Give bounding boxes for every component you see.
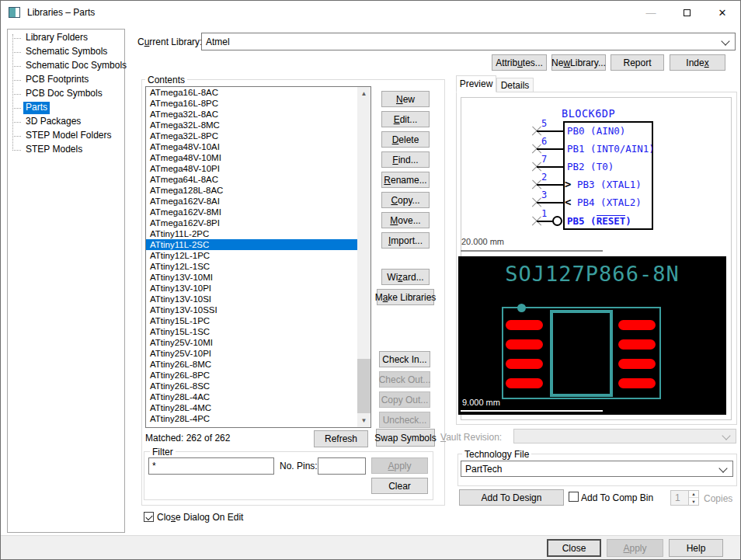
list-item[interactable]: ATtiny26L-8PC [146, 370, 357, 381]
list-item[interactable]: ATtiny26L-8SC [146, 381, 357, 391]
list-item[interactable]: ATmega162V-8PI [146, 217, 357, 228]
copies-stepper[interactable]: 1 ▲ ▼ [670, 490, 699, 506]
list-item[interactable]: ATtiny11L-2SC [146, 239, 357, 250]
sidebar-item-label: STEP Model Folders [23, 130, 114, 142]
scroll-up-icon[interactable]: ▲ [357, 87, 370, 100]
list-item[interactable]: ATtiny13V-10SSI [146, 304, 357, 315]
sidebar-item-pcb-doc-symbols[interactable]: PCB Doc Symbols [8, 87, 124, 101]
technology-combo[interactable]: PartTech [461, 461, 733, 477]
sidebar-item-library-folders[interactable]: Library Folders [8, 31, 124, 45]
sidebar-item-pcb-footprints[interactable]: PCB Footprints [8, 73, 124, 87]
delete-button[interactable]: Delete [381, 131, 430, 148]
sidebar-item-schematic-doc-symbols[interactable]: Schematic Doc Symbols [8, 59, 124, 73]
list-item[interactable]: ATmega16L-8PC [146, 98, 357, 109]
no-pins-input[interactable] [318, 457, 366, 475]
check-in-button[interactable]: Check In... [379, 351, 430, 367]
uncheck-button[interactable]: Uncheck... [379, 412, 430, 428]
list-item[interactable]: ATmega128L-8AC [146, 185, 357, 196]
current-library-combo[interactable]: Atmel [201, 33, 736, 50]
list-item[interactable]: ATmega48V-10MI [146, 152, 357, 163]
filter-clear-button[interactable]: Clear [371, 478, 428, 494]
minimize-button[interactable]: — [633, 1, 669, 24]
wizard-button[interactable]: Wizard... [381, 269, 430, 285]
attributes-button[interactable]: Attributes... [492, 54, 547, 71]
footprint-name: SOJ127P866-8N [458, 262, 726, 286]
new-button[interactable]: New [381, 91, 430, 107]
sidebar-item-step-models[interactable]: STEP Models [8, 143, 124, 157]
refresh-button[interactable]: Refresh [314, 430, 368, 447]
filter-pattern-input[interactable]: * [148, 457, 274, 475]
stepper-up-icon[interactable]: ▲ [689, 491, 698, 498]
new-library-button[interactable]: New Library... [551, 54, 606, 71]
pin-label: PB0 (AIN0) [567, 125, 625, 137]
apply-button[interactable]: Apply [607, 539, 663, 557]
help-button[interactable]: Help [669, 539, 723, 557]
list-item[interactable]: ATtiny26L-8MC [146, 359, 357, 370]
minimize-icon: — [646, 7, 656, 19]
sidebar-item-schematic-symbols[interactable]: Schematic Symbols [8, 45, 124, 59]
swap-symbols-button[interactable]: Swap Symbols [376, 429, 435, 447]
titlebar: Libraries – Parts — ✕ [1, 1, 740, 24]
sidebar-item-step-model-folders[interactable]: STEP Model Folders [8, 129, 124, 143]
titlebar-close-button[interactable]: ✕ [704, 1, 740, 24]
filter-apply-button[interactable]: Apply [371, 457, 428, 474]
stepper-down-icon[interactable]: ▼ [689, 498, 698, 505]
close-button[interactable]: Close [547, 539, 601, 557]
report-button[interactable]: Report [611, 54, 664, 71]
list-item[interactable]: ATtiny25V-10PI [146, 348, 357, 359]
list-item[interactable]: ATtiny11L-2PC [146, 228, 357, 239]
find-button[interactable]: Find... [381, 151, 430, 168]
list-item[interactable]: ATmega162V-8MI [146, 207, 357, 217]
contents-list[interactable]: ATmega16L-8ACATmega16L-8PCATmega32L-8ACA… [145, 86, 371, 428]
tab-details[interactable]: Details [496, 78, 534, 92]
rename-button[interactable]: Rename... [381, 172, 430, 188]
pin-label: PB1 (INT0/AIN1) [567, 143, 655, 155]
list-item[interactable]: ATmega32L-8PC [146, 130, 357, 141]
list-item[interactable]: ATtiny15L-1PC [146, 315, 357, 326]
dialog-window: Libraries – Parts — ✕ Library FoldersSch… [0, 0, 741, 560]
list-item[interactable]: ATtiny28L-4MC [146, 402, 357, 413]
maximize-button[interactable] [669, 1, 704, 24]
sidebar-item-parts[interactable]: Parts [8, 101, 124, 115]
list-item[interactable]: ATmega162V-8AI [146, 196, 357, 207]
make-libraries-button[interactable]: Make Libraries [377, 289, 434, 305]
check-out-button[interactable]: Check Out... [379, 371, 430, 388]
list-item[interactable]: ATtiny13V-10MI [146, 272, 357, 283]
list-item[interactable]: ATmega32L-8AC [146, 109, 357, 120]
copy-out-button[interactable]: Copy Out... [379, 391, 430, 408]
pin-line [537, 202, 563, 203]
list-item[interactable]: ATtiny12L-1PC [146, 250, 357, 261]
add-to-comp-bin-checkbox[interactable] [569, 492, 579, 502]
chevron-down-icon [721, 37, 729, 45]
list-item[interactable]: ATtiny28L-4AC [146, 391, 357, 402]
edit-button[interactable]: Edit... [381, 111, 430, 127]
list-item[interactable]: ATtiny13V-10SI [146, 294, 357, 304]
list-item[interactable]: ATtiny28L-4PC [146, 413, 357, 424]
list-item[interactable]: ATmega64L-8AC [146, 174, 357, 185]
list-item[interactable]: ATmega16L-8AC [146, 87, 357, 98]
move-button[interactable]: Move... [381, 212, 430, 228]
contents-group-label: Contents [145, 75, 187, 85]
pin-number: 7 [541, 154, 547, 165]
scroll-down-icon[interactable]: ▼ [357, 414, 370, 427]
list-scrollbar[interactable]: ▲ ▼ [357, 87, 370, 427]
list-item[interactable]: ATtiny25V-10MI [146, 337, 357, 348]
list-item[interactable]: ATtiny15L-1SC [146, 326, 357, 337]
close-dialog-checkbox[interactable] [144, 512, 154, 522]
sidebar-item-3d-packages[interactable]: 3D Packages [8, 115, 124, 129]
index-button[interactable]: Index [670, 54, 725, 71]
matched-count: Matched: 262 of 262 [145, 433, 230, 443]
list-item[interactable]: ATmega48V-10PI [146, 163, 357, 174]
list-item[interactable]: ATtiny13V-10PI [146, 283, 357, 294]
copy-button[interactable]: Copy... [381, 192, 430, 208]
add-to-design-button[interactable]: Add To Design [459, 489, 564, 506]
list-item[interactable]: ATmega32L-8MC [146, 120, 357, 130]
list-item[interactable]: ATmega48V-10AI [146, 141, 357, 152]
copies-value: 1 [675, 492, 680, 503]
import-button[interactable]: Import... [381, 232, 430, 249]
schematic-scale-label: 20.000 mm [461, 237, 504, 246]
pin-line [537, 221, 553, 222]
list-item[interactable]: ATtiny12L-1SC [146, 261, 357, 272]
tab-preview[interactable]: Preview [456, 75, 496, 92]
scroll-thumb[interactable] [357, 359, 370, 413]
